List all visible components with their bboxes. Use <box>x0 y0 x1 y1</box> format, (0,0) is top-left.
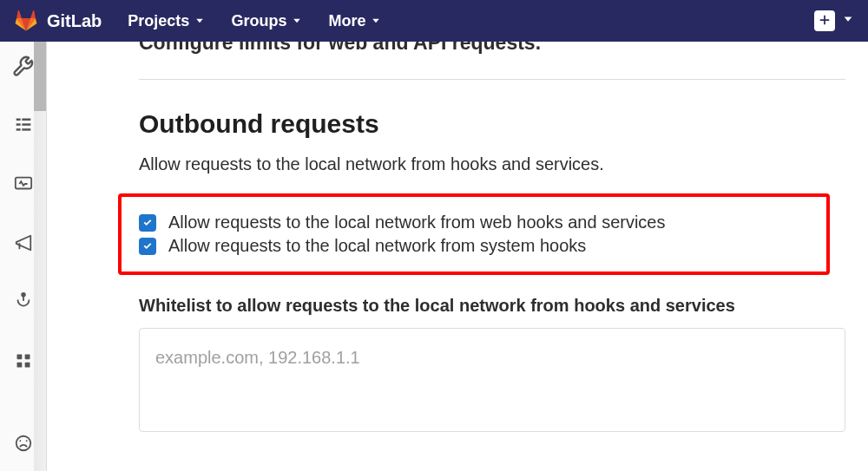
brand[interactable]: GitLab <box>14 10 102 32</box>
chevron-down-icon <box>194 12 205 30</box>
svg-rect-3 <box>22 123 30 126</box>
svg-rect-5 <box>22 128 30 131</box>
top-navbar: GitLab Projects Groups More <box>0 0 868 42</box>
section-description: Allow requests to the local network from… <box>139 154 845 174</box>
whitelist-placeholder: example.com, 192.168.1.1 <box>155 348 360 367</box>
svg-rect-4 <box>16 128 20 131</box>
section-title: Outbound requests <box>139 109 845 139</box>
svg-point-12 <box>16 436 30 451</box>
nav-groups[interactable]: Groups <box>231 12 302 30</box>
rail-scrollbar-thumb[interactable] <box>34 42 46 111</box>
svg-rect-10 <box>16 363 22 368</box>
highlighted-settings-box: Allow requests to the local network from… <box>118 193 830 275</box>
section-divider <box>139 79 845 80</box>
nav-projects[interactable]: Projects <box>128 12 205 30</box>
chevron-down-icon[interactable] <box>842 13 854 29</box>
brand-name: GitLab <box>47 11 102 31</box>
svg-rect-11 <box>24 363 30 368</box>
svg-rect-9 <box>24 355 30 360</box>
plus-icon <box>819 12 831 30</box>
rail-scrollbar[interactable] <box>34 42 46 471</box>
nav-more[interactable]: More <box>328 12 381 30</box>
whitelist-textarea[interactable]: example.com, 192.168.1.1 <box>139 328 845 432</box>
svg-rect-6 <box>15 178 30 189</box>
previous-section-text: Configure limits for web and API request… <box>139 42 845 55</box>
chevron-down-icon <box>371 12 381 30</box>
checkbox-row-webhooks[interactable]: Allow requests to the local network from… <box>139 213 809 232</box>
checkbox-checked-icon[interactable] <box>139 214 156 232</box>
chevron-down-icon <box>292 12 302 30</box>
left-rail <box>0 42 47 471</box>
checkbox-row-systemhooks[interactable]: Allow requests to the local network from… <box>139 236 809 256</box>
svg-point-7 <box>22 293 25 297</box>
gitlab-logo-icon <box>14 10 38 32</box>
checkbox-checked-icon[interactable] <box>139 238 156 255</box>
nav-groups-label: Groups <box>231 12 286 30</box>
svg-rect-8 <box>16 355 22 360</box>
whitelist-label: Whitelist to allow requests to the local… <box>139 296 845 316</box>
main-content: Configure limits for web and API request… <box>47 42 868 471</box>
checkbox-webhooks-label: Allow requests to the local network from… <box>168 213 666 232</box>
svg-rect-2 <box>16 123 20 126</box>
checkbox-systemhooks-label: Allow requests to the local network from… <box>168 236 586 256</box>
svg-rect-0 <box>16 119 20 121</box>
new-button[interactable] <box>814 10 835 31</box>
nav-projects-label: Projects <box>128 12 189 30</box>
nav-more-label: More <box>328 12 365 30</box>
svg-rect-1 <box>22 119 30 121</box>
